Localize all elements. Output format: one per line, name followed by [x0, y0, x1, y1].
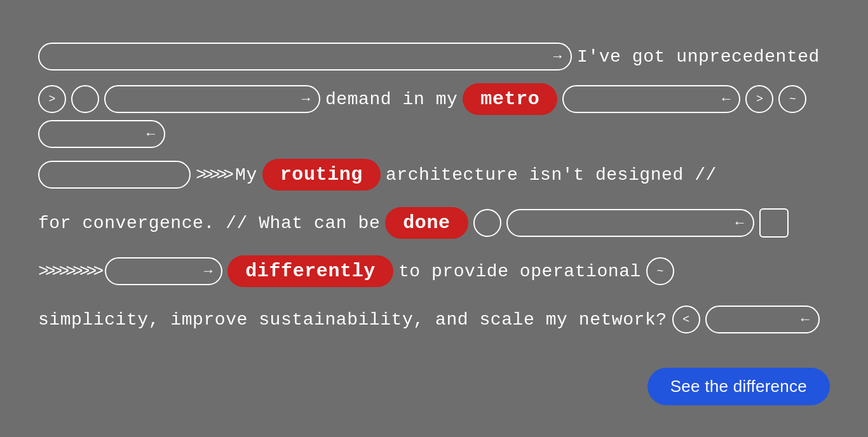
highlight-done: done	[385, 207, 468, 239]
text-operational: to provide operational	[398, 262, 641, 281]
circle-tilde2-icon: ~	[646, 257, 674, 285]
chevrons-line3: >>>>>	[196, 165, 230, 185]
highlight-differently: differently	[227, 255, 393, 287]
circle-empty-icon	[71, 85, 99, 113]
circle-gt2-icon: >	[745, 85, 773, 113]
circle-empty2-icon	[473, 209, 501, 237]
arrow-pill-line2c	[38, 120, 165, 148]
line-6: simplicity, improve sustainability, and …	[38, 298, 830, 341]
square-icon	[759, 208, 789, 238]
arrow-pill-line2a	[104, 85, 320, 113]
arrow-pill-line5	[105, 257, 222, 285]
text-architecture: architecture isn't designed //	[386, 165, 717, 185]
arrow-pill-line6	[705, 306, 820, 333]
circle-gt-icon: >	[38, 85, 66, 113]
arrow-pill-line4	[506, 209, 754, 237]
circle-lt-icon: <	[672, 306, 700, 333]
highlight-metro: metro	[463, 83, 557, 115]
rect-pill-line3	[38, 161, 191, 189]
text-demand: demand in my	[325, 90, 458, 109]
line-2: > demand in my metro > ~	[38, 83, 830, 148]
line-1: I've got unprecedented	[38, 35, 830, 78]
line-3: >>>>> My routing architecture isn't desi…	[38, 153, 830, 196]
text-line1: I've got unprecedented	[577, 47, 820, 67]
cta-container: See the difference	[648, 368, 830, 405]
text-simplicity: simplicity, improve sustainability, and …	[38, 310, 667, 330]
arrow-pill-line2b	[562, 85, 740, 113]
chevrons-line5: >>>>>>>>>	[38, 262, 100, 281]
highlight-routing: routing	[262, 159, 381, 191]
line-5: >>>>>>>>> differently to provide operati…	[38, 250, 830, 293]
arrow-pill-line1	[38, 43, 572, 71]
circle-tilde-icon: ~	[778, 85, 806, 113]
main-content: I've got unprecedented > demand in my me…	[0, 0, 868, 372]
see-difference-button[interactable]: See the difference	[648, 368, 830, 405]
text-my: My	[235, 165, 257, 185]
line-4: for convergence. // What can be done	[38, 201, 830, 245]
text-convergence: for convergence. // What can be	[38, 213, 380, 233]
